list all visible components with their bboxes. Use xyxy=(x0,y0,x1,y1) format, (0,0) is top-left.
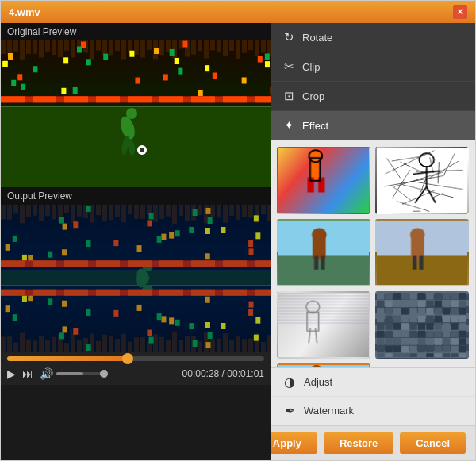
output-canvas xyxy=(1,205,271,352)
clip-icon: ✂ xyxy=(282,60,296,74)
footer: Apply Restore Cancel xyxy=(271,425,475,460)
mosaic-canvas xyxy=(377,293,467,357)
controls-area: ▶ ⏭ 🔊 00:00:28 / 00:01:01 xyxy=(1,352,271,385)
apply-button[interactable]: Apply xyxy=(271,432,317,454)
effect-icon: ✦ xyxy=(282,118,296,133)
progress-fill xyxy=(7,356,128,361)
adjust-icon: ◑ xyxy=(282,375,298,390)
output-preview xyxy=(1,205,271,352)
skip-button[interactable]: ⏭ xyxy=(22,367,33,380)
cancel-button[interactable]: Cancel xyxy=(400,432,466,454)
effect-mirror[interactable]: Mirror Vertical xyxy=(277,363,370,367)
original-canvas xyxy=(1,40,271,187)
volume-fill xyxy=(56,372,83,375)
effects-grid: Mirror Vertical xyxy=(271,140,475,367)
effect-sketch[interactable] xyxy=(375,147,469,214)
progress-bar[interactable] xyxy=(7,356,264,361)
tools-menu: ↻ Rotate ✂ Clip ⊡ Crop ✦ Effect xyxy=(271,23,475,140)
main-content: Original Preview Output Preview ▶ ⏭ xyxy=(1,23,475,460)
tool-clip[interactable]: ✂ Clip xyxy=(271,52,475,82)
controls-row: ▶ ⏭ 🔊 00:00:28 / 00:01:01 xyxy=(7,367,264,380)
sketch-canvas xyxy=(377,148,467,213)
tool-adjust[interactable]: ◑ Adjust xyxy=(271,368,475,397)
title-bar: 4.wmv × xyxy=(1,1,475,23)
crop-icon: ⊡ xyxy=(282,89,296,103)
watermark-icon: ✒ xyxy=(282,403,298,418)
clip-label: Clip xyxy=(302,61,320,73)
left-panel: Original Preview Output Preview ▶ ⏭ xyxy=(1,23,271,460)
normal2-canvas xyxy=(377,221,467,285)
cartoon-canvas xyxy=(278,148,369,213)
normal1-canvas xyxy=(278,221,369,285)
original-preview-label: Original Preview xyxy=(1,23,271,40)
mirror-canvas xyxy=(278,365,369,367)
effect-label: Effect xyxy=(302,120,328,132)
tool-crop[interactable]: ⊡ Crop xyxy=(271,82,475,111)
tool-watermark[interactable]: ✒ Watermark xyxy=(271,397,475,425)
output-preview-label: Output Preview xyxy=(1,187,271,205)
original-preview xyxy=(1,40,271,187)
progress-thumb xyxy=(122,353,133,364)
volume-icon: 🔊 xyxy=(40,367,53,380)
main-window: 4.wmv × Original Preview Output Preview xyxy=(0,0,476,461)
restore-button[interactable]: Restore xyxy=(324,432,393,454)
window-title: 4.wmv xyxy=(9,6,40,18)
crop-label: Crop xyxy=(302,90,324,102)
bottom-tools: ◑ Adjust ✒ Watermark xyxy=(271,367,475,425)
close-button[interactable]: × xyxy=(453,5,467,19)
effect-normal1[interactable] xyxy=(277,219,370,286)
effect-emboss[interactable] xyxy=(277,291,370,359)
effect-cartoon[interactable] xyxy=(277,147,370,214)
volume-area: 🔊 xyxy=(40,367,104,380)
rotate-icon: ↻ xyxy=(282,30,296,44)
tool-rotate[interactable]: ↻ Rotate xyxy=(271,23,475,52)
volume-thumb xyxy=(100,370,108,378)
tool-effect[interactable]: ✦ Effect xyxy=(271,111,475,140)
volume-bar[interactable] xyxy=(56,372,104,375)
emboss-canvas xyxy=(278,293,369,357)
effect-normal2[interactable] xyxy=(375,219,469,286)
rotate-label: Rotate xyxy=(302,32,332,44)
watermark-label: Watermark xyxy=(304,405,354,417)
time-display: 00:00:28 / 00:01:01 xyxy=(182,368,264,379)
adjust-label: Adjust xyxy=(304,376,332,388)
effect-mosaic[interactable] xyxy=(375,291,469,359)
right-panel: ↻ Rotate ✂ Clip ⊡ Crop ✦ Effect xyxy=(271,23,475,460)
play-button[interactable]: ▶ xyxy=(7,367,16,380)
